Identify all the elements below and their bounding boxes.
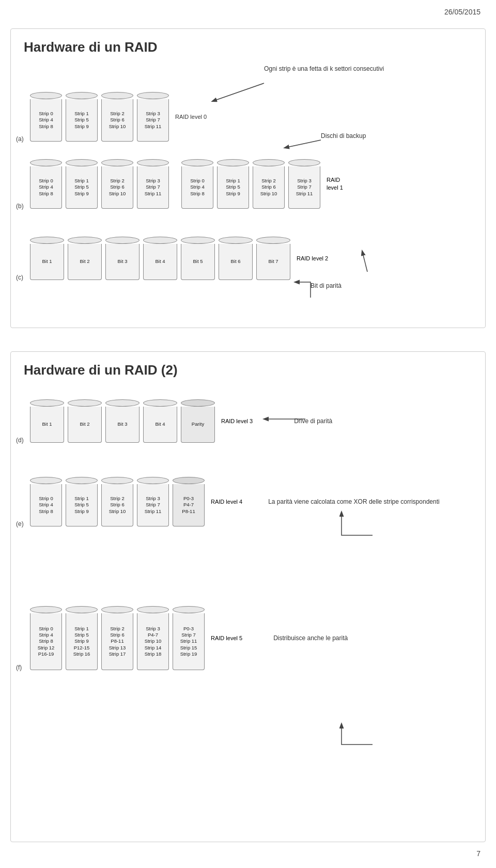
svg-line-2 <box>362 251 367 272</box>
disk-a-1: Strip 1Strip 5Strip 9 <box>66 92 98 142</box>
slide2-title: Hardware di un RAID (2) <box>24 362 472 378</box>
disk-a-0-body: Strip 0Strip 4Strip 8 <box>30 99 62 142</box>
disk-c-4: Bit 5 <box>181 237 215 280</box>
disk-d-0: Bit 1 <box>30 399 64 443</box>
slide1: Hardware di un RAID Ogni strip è una fet… <box>10 28 486 328</box>
slide2: Hardware di un RAID (2) (d) Bit 1 Bit 2 <box>10 351 486 842</box>
disk-f-4: P0-3Strip 7Strip 11Strip 15Strip 19 <box>173 606 205 670</box>
row-b: (b) Strip 0Strip 4Strip 8 Strip 1Strip 5… <box>16 158 343 210</box>
date-stamp: 26/05/2015 <box>444 8 481 16</box>
disk-c-3: Bit 4 <box>143 237 177 280</box>
disk-a-1-top <box>66 92 98 99</box>
disk-e-3: Strip 3Strip 7Strip 11 <box>137 477 169 526</box>
raid-level-0: RAID level 0 <box>175 114 207 120</box>
row-d: (d) Bit 1 Bit 2 Bit 3 Bit 4 Parity <box>16 398 332 444</box>
disk-a-0: Strip 0Strip 4Strip 8 <box>30 92 62 142</box>
row-e-label: (e) <box>16 520 26 528</box>
disk-c-0: Bit 1 <box>30 237 64 280</box>
disk-a-0-top <box>30 92 62 99</box>
row-c: (c) Bit 1 Bit 2 Bit 3 Bit 4 Bit 5 <box>16 236 328 281</box>
svg-line-0 <box>212 83 264 101</box>
row-a: (a) Strip 0Strip 4Strip 8 Strip 1Strip 5… <box>16 91 207 143</box>
disk-e-0: Strip 0Strip 4Strip 8 <box>30 477 62 526</box>
disk-a-3-body: Strip 3Strip 7Strip 11 <box>137 99 169 142</box>
annotation-parity: La parità viene calcolata come XOR delle… <box>268 497 440 506</box>
disk-c-6: Bit 7 <box>256 237 290 280</box>
disk-b0-1: Strip 1Strip 5Strip 9 <box>66 159 98 209</box>
disk-a-3-top <box>137 92 169 99</box>
disk-a-1-body: Strip 1Strip 5Strip 9 <box>66 99 98 142</box>
disk-f-0: Strip 0Strip 4Strip 8Strip 12P16-19 <box>30 606 62 670</box>
row-e: (e) Strip 0Strip 4Strip 8 Strip 1Strip 5… <box>16 476 440 528</box>
disk-d-1: Bit 2 <box>68 399 102 443</box>
disk-c-5: Bit 6 <box>219 237 253 280</box>
disk-d-3: Bit 4 <box>143 399 177 443</box>
disk-b0-0: Strip 0Strip 4Strip 8 <box>30 159 62 209</box>
annotation-distrib: Distribuisce anche le parità <box>273 634 348 642</box>
raid-level-4: RAID level 4 <box>211 499 242 505</box>
disk-b1-3: Strip 3Strip 7Strip 11 <box>288 159 320 209</box>
disk-a-3: Strip 3Strip 7Strip 11 <box>137 92 169 142</box>
row-f: (f) Strip 0Strip 4Strip 8Strip 12P16-19 … <box>16 605 348 671</box>
disk-b0-2: Strip 2Strip 6Strip 10 <box>101 159 133 209</box>
disks-a: Strip 0Strip 4Strip 8 Strip 1Strip 5Stri… <box>29 91 170 143</box>
disk-a-2-top <box>101 92 133 99</box>
disks-c: Bit 1 Bit 2 Bit 3 Bit 4 Bit 5 Bit 6 <box>29 236 291 281</box>
disk-e-2: Strip 2Strip 6Strip 10 <box>101 477 133 526</box>
raid-level-5: RAID level 5 <box>211 635 242 641</box>
disk-f-2: Strip 2Strip 6P8-11Strip 13Strip 17 <box>101 606 133 670</box>
row-c-label: (c) <box>16 274 26 281</box>
slide1-title: Hardware di un RAID <box>24 39 472 55</box>
page-number: 7 <box>476 849 481 858</box>
disks-b-set2: Strip 0Strip 4Strip 8 Strip 1Strip 5Stri… <box>180 158 321 210</box>
disk-b0-3: Strip 3Strip 7Strip 11 <box>137 159 169 209</box>
disk-a-2: Strip 2Strip 6Strip 10 <box>101 92 133 142</box>
raid-level-3: RAID level 3 <box>221 418 253 424</box>
disk-c-1: Bit 2 <box>68 237 102 280</box>
disks-f: Strip 0Strip 4Strip 8Strip 12P16-19 Stri… <box>29 605 206 671</box>
disk-e-1: Strip 1Strip 5Strip 9 <box>66 477 98 526</box>
disk-b1-0: Strip 0Strip 4Strip 8 <box>181 159 213 209</box>
row-a-label: (a) <box>16 135 26 143</box>
raid-level-2: RAID level 2 <box>297 255 328 261</box>
svg-line-1 <box>285 140 321 148</box>
disks-d: Bit 1 Bit 2 Bit 3 Bit 4 Parity <box>29 398 216 444</box>
disk-e-parity: P0-3P4-7P8-11 <box>173 477 205 526</box>
annotation-drive: Drive di parità <box>294 417 332 425</box>
annotation3: Bit di parità <box>311 282 342 289</box>
disk-f-1: Strip 1Strip 5Strip 9P12-15Strip 16 <box>66 606 98 670</box>
row-f-label: (f) <box>16 664 26 671</box>
disk-f-3: Strip 3P4-7Strip 10Strip 14Strip 18 <box>137 606 169 670</box>
disk-a-2-body: Strip 2Strip 6Strip 10 <box>101 99 133 142</box>
annotation1: Ogni strip è una fetta di k settori cons… <box>264 64 384 73</box>
disks-b-set1: Strip 0Strip 4Strip 8 Strip 1Strip 5Stri… <box>29 158 170 210</box>
disk-b1-2: Strip 2Strip 6Strip 10 <box>253 159 285 209</box>
disk-d-parity: Parity <box>181 399 215 443</box>
raid-level-1: RAIDlevel 1 <box>327 176 343 192</box>
disk-c-2: Bit 3 <box>105 237 140 280</box>
disks-e-data: Strip 0Strip 4Strip 8 Strip 1Strip 5Stri… <box>29 476 206 528</box>
row-b-label: (b) <box>16 203 26 210</box>
disk-d-2: Bit 3 <box>105 399 140 443</box>
row-d-label: (d) <box>16 437 26 444</box>
annotation2: Dischi di backup <box>321 132 366 140</box>
disk-b1-1: Strip 1Strip 5Strip 9 <box>217 159 249 209</box>
